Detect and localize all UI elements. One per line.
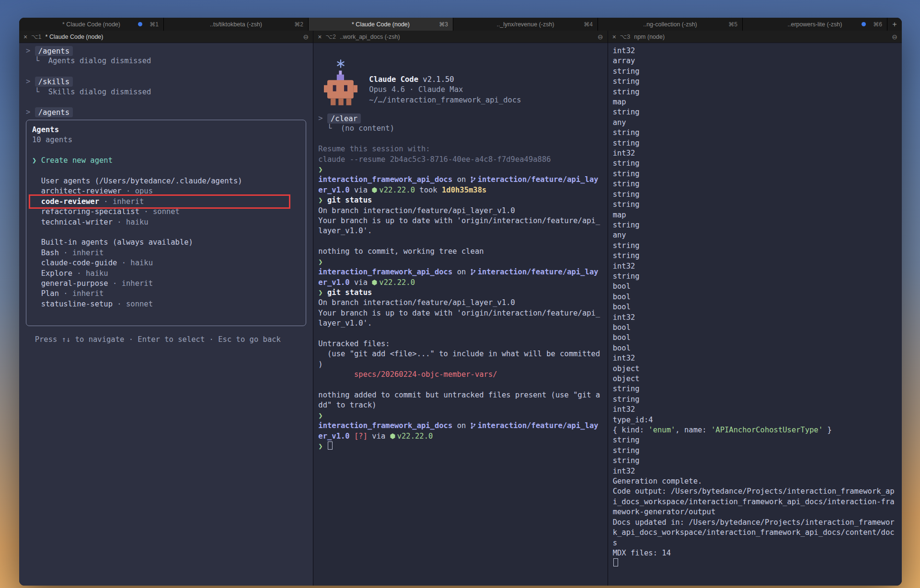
pane-close-button[interactable]: × [318, 33, 322, 41]
pane-menu-icon[interactable]: ⊖ [598, 33, 603, 41]
tab-5[interactable]: ..ng-collection (-zsh)⌘5 [598, 18, 743, 31]
text-segment: statusline-setup [32, 300, 113, 308]
terminal-scrollback: int32arraystringstringstringmapstringany… [613, 46, 897, 569]
text-segment: ❯ [318, 196, 327, 204]
terminal-line: string [613, 107, 897, 117]
pane-shortcut-label: ⌥1 [31, 33, 41, 40]
terminal-line: interaction_framework_api_docs on intera… [318, 267, 602, 277]
agent-menu-item[interactable]: Agents [32, 125, 300, 135]
agent-menu-item[interactable]: code-reviewer · inherit [32, 197, 300, 207]
terminal-scrollback: > /clear └ (no content) Resume this sess… [318, 113, 602, 452]
tab-title: .._lynx/revenue (-zsh) [496, 21, 554, 28]
pane-title: * Claude Code (node) [46, 34, 104, 40]
text-segment: MDX files: 14 [613, 549, 671, 557]
agent-menu-item[interactable]: statusline-setup · sonnet [32, 299, 300, 309]
agent-menu-item[interactable]: Plan · inherit [32, 289, 300, 299]
text-segment: Explore [32, 269, 72, 278]
text-cursor [328, 441, 333, 450]
agent-menu-item[interactable]: general-purpose · inherit [32, 279, 300, 289]
text-segment: Your branch is up to date with 'origin/i… [318, 216, 600, 225]
terminal-line: > /skills [26, 77, 306, 87]
agent-menu-item[interactable]: technical-writer · haiku [32, 217, 300, 227]
text-segment: └ (no content) [318, 124, 394, 133]
text-segment: Code output: /Users/bytedance/Projects/i… [613, 487, 895, 496]
agent-menu-item[interactable]: 10 agents [32, 135, 300, 145]
terminal-left-content[interactable]: > /agents └ Agents dialog dismissed > /s… [19, 43, 313, 586]
terminal-line: specs/20260224-objc-member-vars/ [318, 370, 602, 380]
text-segment: Your branch is up to date with 'origin/i… [318, 309, 600, 317]
agent-menu-item[interactable]: Bash · inherit [32, 248, 300, 258]
text-segment: bool [613, 293, 631, 301]
terminal-line: er_v1.0 [?] via v22.22.0 [318, 431, 602, 441]
pane-shortcut-label: ⌥3 [620, 33, 630, 40]
text-segment: string [613, 251, 640, 260]
text-segment: · sonnet [139, 207, 180, 216]
terminal-line: any [613, 118, 897, 128]
text-segment: Generation complete. [613, 477, 702, 486]
text-segment: ) [318, 360, 322, 369]
text-segment: architect-reviewer [32, 187, 122, 195]
terminal-line: string [613, 190, 897, 200]
agent-menu-item[interactable]: architect-reviewer · opus [32, 186, 300, 196]
terminal-line: { kind: 'enum', name: 'APIAnchorCohostUs… [613, 425, 897, 435]
tab-1[interactable]: * Claude Code (node)⌘1 [19, 18, 164, 31]
terminal-line: string [613, 169, 897, 179]
branch-icon [471, 175, 478, 184]
terminal-line: string [613, 251, 897, 261]
pane-menu-icon[interactable]: ⊖ [892, 33, 897, 41]
new-tab-button[interactable]: + [887, 18, 902, 31]
tab-2[interactable]: ..ts/tiktokbeta (-zsh)⌘2 [164, 18, 309, 31]
tab-3[interactable]: * Claude Code (node)⌘3 [309, 18, 453, 31]
tab-shortcut: ⌘4 [584, 21, 593, 28]
agent-menu-item[interactable] [32, 166, 300, 176]
terminal-line: ❯ [318, 257, 602, 267]
terminal-line: Your branch is up to date with 'origin/i… [318, 308, 602, 318]
pane-menu-icon[interactable]: ⊖ [303, 33, 309, 41]
agent-menu-item[interactable]: ❯ Create new agent [32, 156, 300, 166]
text-segment: string [613, 436, 640, 444]
tab-6[interactable]: ..erpowers-lite (-zsh)⌘6 [743, 18, 887, 31]
terminal-middle-content[interactable]: Claude Code v2.1.50 Opus 4.6 · Claude Ma… [313, 43, 607, 586]
branch-icon [471, 268, 478, 276]
agent-menu-item[interactable]: Built-in agents (always available) [32, 237, 300, 248]
terminal-line: object [613, 374, 897, 384]
terminal-line: int32 [613, 261, 897, 271]
tab-4[interactable]: .._lynx/revenue (-zsh)⌘4 [453, 18, 598, 31]
text-segment: string [613, 170, 640, 178]
text-segment: · inherit [99, 197, 144, 206]
text-segment: v22.22.0 [397, 432, 433, 441]
terminal-line: On branch interaction/feature/api_layer_… [318, 298, 602, 308]
terminal-right-content[interactable]: int32arraystringstringstringmapstringany… [608, 43, 902, 586]
text-segment: string [613, 384, 640, 393]
agent-menu-item[interactable]: Explore · haiku [32, 269, 300, 279]
terminal-line: └ Skills dialog dismissed [26, 87, 306, 97]
text-segment: , name: [675, 426, 711, 434]
text-segment: /agents [35, 107, 73, 117]
terminal-line: ) [318, 360, 602, 370]
app-version: v2.1.50 [423, 75, 454, 84]
terminal-line: On branch interaction/feature/api_layer_… [318, 206, 602, 216]
agent-menu-item[interactable]: User agents (/Users/bytedance/.claude/ag… [32, 176, 300, 186]
agent-menu-item[interactable] [32, 146, 300, 156]
text-segment: int32 [613, 467, 635, 475]
agent-menu-item[interactable] [32, 227, 300, 237]
text-segment: string [613, 446, 640, 455]
text-segment: string [613, 77, 640, 86]
text-segment: /skills [35, 77, 73, 87]
pane-close-button[interactable]: × [23, 33, 27, 41]
terminal-line: int32 [613, 46, 897, 56]
text-segment: Bash [32, 249, 59, 257]
terminal-line: mework-generator/output [613, 507, 897, 517]
terminal-line: ❯ [318, 441, 602, 452]
pane-close-button[interactable]: × [612, 33, 616, 41]
agent-menu-item[interactable]: claude-code-guide · haiku [32, 258, 300, 268]
terminal-line [318, 237, 602, 247]
tab-title: ..erpowers-lite (-zsh) [788, 21, 842, 28]
text-segment: on [452, 421, 470, 430]
terminal-line: bool [613, 323, 897, 333]
terminal-line: string [613, 456, 897, 466]
tab-title: * Claude Code (node) [62, 21, 120, 28]
text-segment: specs/20260224-objc-member-vars/ [318, 370, 497, 379]
agent-menu-item[interactable]: refactoring-specialist · sonnet [32, 207, 300, 217]
text-segment: k_api_docs_workspace/interaction_framewo… [613, 528, 895, 537]
